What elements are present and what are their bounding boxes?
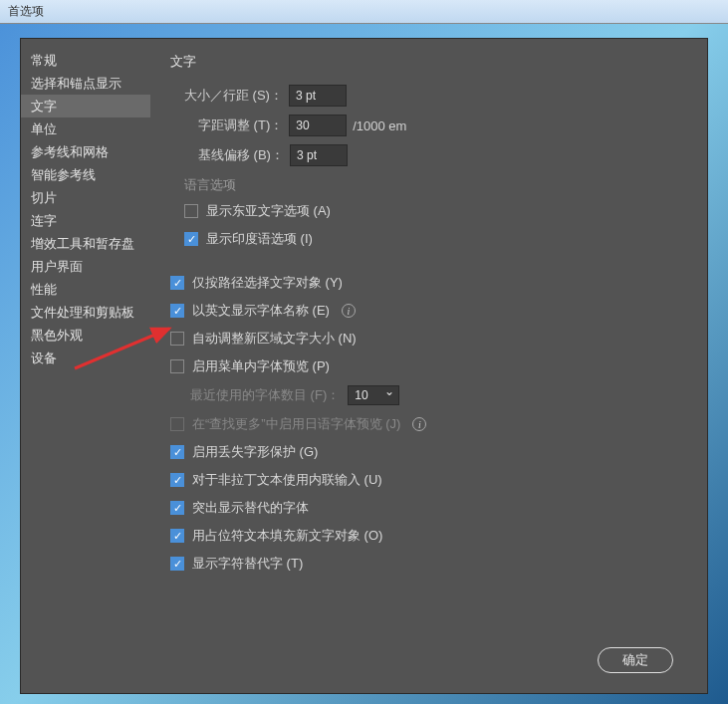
tracking-unit: /1000 em <box>353 118 406 133</box>
label-select-by-path: 仅按路径选择文字对象 (Y) <box>192 274 343 292</box>
row-inline-input: 对于非拉丁文本使用内联输入 (U) <box>170 471 687 489</box>
sidebar-item[interactable]: 常规 <box>21 49 150 72</box>
label-east-asian: 显示东亚文字选项 (A) <box>206 202 331 220</box>
row-auto-resize: 自动调整新区域文字大小 (N) <box>170 330 687 348</box>
baseline-input[interactable] <box>290 144 348 166</box>
label-missing-glyph: 启用丢失字形保护 (G) <box>192 443 318 461</box>
window-title: 首选项 <box>8 4 44 18</box>
field-baseline: 基线偏移 (B)： <box>170 144 687 166</box>
row-jp-preview: 在“查找更多”中启用日语字体预览 (J) i <box>170 415 687 433</box>
sidebar-item[interactable]: 连字 <box>21 209 150 232</box>
checkbox-highlight-sub[interactable] <box>170 501 184 515</box>
label-show-alt-glyphs: 显示字符替代字 (T) <box>192 555 303 573</box>
checkbox-indic[interactable] <box>184 232 198 246</box>
sidebar-item[interactable]: 用户界面 <box>21 255 150 278</box>
sidebar-item[interactable]: 选择和锚点显示 <box>21 72 150 95</box>
info-icon[interactable]: i <box>412 417 426 431</box>
label-menu-preview: 启用菜单内字体预览 (P) <box>192 357 330 375</box>
main-panel: 文字 大小／行距 (S)： 字距调整 (T)： /1000 em 基线偏移 (B… <box>150 39 707 637</box>
ok-button[interactable]: 确定 <box>598 647 673 673</box>
dialog: 常规选择和锚点显示文字单位参考线和网格智能参考线切片连字增效工具和暂存盘用户界面… <box>20 38 708 694</box>
row-english-fonts: 以英文显示字体名称 (E) i <box>170 302 687 320</box>
row-placeholder-fill: 用占位符文本填充新文字对象 (O) <box>170 527 687 545</box>
checkbox-jp-preview[interactable] <box>170 417 184 431</box>
panel-title: 文字 <box>170 53 687 71</box>
sidebar-item[interactable]: 性能 <box>21 278 150 301</box>
label-recent-fonts: 最近使用的字体数目 (F)： <box>190 386 340 404</box>
label-indic: 显示印度语选项 (I) <box>206 230 313 248</box>
sidebar-item[interactable]: 黑色外观 <box>21 324 150 347</box>
row-select-by-path: 仅按路径选择文字对象 (Y) <box>170 274 687 292</box>
sidebar-item[interactable]: 设备 <box>21 347 150 369</box>
row-highlight-sub: 突出显示替代的字体 <box>170 499 687 517</box>
checkbox-auto-resize[interactable] <box>170 332 184 346</box>
button-row: 确定 <box>21 637 707 693</box>
baseline-label: 基线偏移 (B)： <box>198 146 284 164</box>
checkbox-show-alt-glyphs[interactable] <box>170 557 184 571</box>
label-english-fonts: 以英文显示字体名称 (E) <box>192 302 330 320</box>
sidebar-item[interactable]: 文件处理和剪贴板 <box>21 301 150 324</box>
content-area: 常规选择和锚点显示文字单位参考线和网格智能参考线切片连字增效工具和暂存盘用户界面… <box>21 39 707 637</box>
sidebar: 常规选择和锚点显示文字单位参考线和网格智能参考线切片连字增效工具和暂存盘用户界面… <box>21 39 150 637</box>
lang-section-title: 语言选项 <box>170 176 687 194</box>
row-show-alt-glyphs: 显示字符替代字 (T) <box>170 555 687 573</box>
tracking-label: 字距调整 (T)： <box>198 117 283 134</box>
info-icon[interactable]: i <box>342 304 356 318</box>
row-east-asian: 显示东亚文字选项 (A) <box>170 202 687 220</box>
sidebar-item[interactable]: 文字 <box>21 95 150 117</box>
checkbox-english-fonts[interactable] <box>170 304 184 318</box>
checkbox-inline-input[interactable] <box>170 473 184 487</box>
row-recent-fonts: 最近使用的字体数目 (F)： 10 <box>170 385 687 405</box>
select-recent-fonts[interactable]: 10 <box>348 385 399 405</box>
checkbox-placeholder-fill[interactable] <box>170 529 184 543</box>
sidebar-item[interactable]: 增效工具和暂存盘 <box>21 232 150 255</box>
sidebar-item[interactable]: 切片 <box>21 186 150 209</box>
row-indic: 显示印度语选项 (I) <box>170 230 687 248</box>
row-missing-glyph: 启用丢失字形保护 (G) <box>170 443 687 461</box>
size-leading-label: 大小／行距 (S)： <box>184 87 283 105</box>
row-menu-preview: 启用菜单内字体预览 (P) <box>170 357 687 375</box>
titlebar: 首选项 <box>0 0 728 24</box>
checkbox-east-asian[interactable] <box>184 204 198 218</box>
sidebar-item[interactable]: 单位 <box>21 117 150 140</box>
sidebar-item[interactable]: 参考线和网格 <box>21 140 150 163</box>
size-leading-input[interactable] <box>289 85 347 107</box>
field-size-leading: 大小／行距 (S)： <box>170 85 687 107</box>
label-placeholder-fill: 用占位符文本填充新文字对象 (O) <box>192 527 382 545</box>
checkbox-menu-preview[interactable] <box>170 359 184 373</box>
checkbox-select-by-path[interactable] <box>170 276 184 290</box>
preferences-window: 首选项 常规选择和锚点显示文字单位参考线和网格智能参考线切片连字增效工具和暂存盘… <box>0 0 728 704</box>
label-highlight-sub: 突出显示替代的字体 <box>192 499 309 517</box>
sidebar-item[interactable]: 智能参考线 <box>21 163 150 186</box>
checkbox-missing-glyph[interactable] <box>170 445 184 459</box>
label-inline-input: 对于非拉丁文本使用内联输入 (U) <box>192 471 382 489</box>
tracking-input[interactable] <box>289 115 347 136</box>
label-auto-resize: 自动调整新区域文字大小 (N) <box>192 330 357 348</box>
field-tracking: 字距调整 (T)： /1000 em <box>170 115 687 136</box>
label-jp-preview: 在“查找更多”中启用日语字体预览 (J) <box>192 415 400 433</box>
